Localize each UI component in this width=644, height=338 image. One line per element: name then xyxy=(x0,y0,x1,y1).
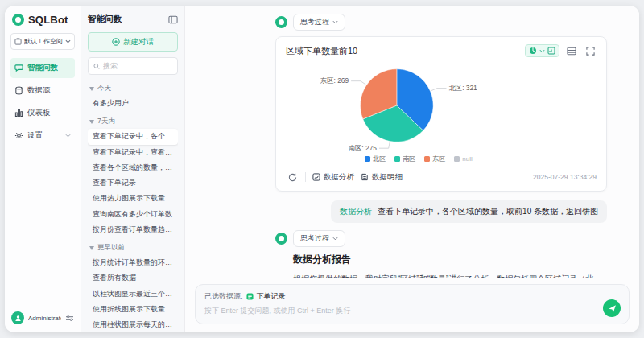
sidebar-item-label: 设置 xyxy=(27,130,43,141)
thinking-process-button[interactable]: 思考过程 xyxy=(293,14,345,31)
caret-down-icon xyxy=(89,246,94,250)
search-input[interactable] xyxy=(103,62,172,70)
legend-swatch xyxy=(365,156,370,162)
plus-circle-icon xyxy=(112,38,120,46)
datasource-label: 已选数据源: xyxy=(204,291,243,302)
chart-title: 区域下单数量前10 xyxy=(286,45,357,57)
person-icon xyxy=(14,315,22,322)
history-item[interactable]: 查看下单记录中，查看各个区域的... xyxy=(88,145,178,160)
history-item[interactable]: 查询南区有多少个订单数 xyxy=(88,207,178,222)
message-mode-tag: 数据分析 xyxy=(340,207,372,216)
legend-label: 南区 xyxy=(402,155,415,163)
legend-item[interactable]: 东区 xyxy=(424,155,445,163)
history-item[interactable]: 使用柱状图展示每天的下载量变化 xyxy=(88,317,178,328)
history-item[interactable]: 按月份查看订单数量趋势，使用折... xyxy=(88,222,178,237)
sidebar-item-settings[interactable]: 设置 xyxy=(10,126,75,146)
pie-label: 南区: 275 xyxy=(349,144,378,152)
conversation-scroll[interactable]: 思考过程 区域下单数量前10 xyxy=(195,12,630,278)
data-detail-button[interactable]: 数据明细 xyxy=(361,172,402,183)
user-profile[interactable]: Administrator xyxy=(10,310,75,326)
legend-swatch xyxy=(424,156,430,162)
brand-name: SQLBot xyxy=(28,14,68,26)
user-message-bubble: 数据分析查看下单记录中，各个区域的数量，取前10 条数据，返回饼图 xyxy=(331,200,607,223)
chart-type-selector[interactable] xyxy=(525,44,559,57)
sidebar-item-chat[interactable]: 智能问数 xyxy=(10,58,75,78)
chevron-down-icon xyxy=(332,20,338,24)
legend-label: 北区 xyxy=(373,155,386,163)
send-button[interactable] xyxy=(603,299,621,317)
legend-item[interactable]: 南区 xyxy=(394,155,415,163)
legend-swatch xyxy=(454,156,460,162)
legend-item[interactable]: 北区 xyxy=(365,155,386,163)
collapse-panel-icon[interactable] xyxy=(168,15,178,24)
search-icon xyxy=(93,63,100,70)
history-item[interactable]: 查看下单记录中，各个区域的数量... xyxy=(88,129,178,144)
caret-down-icon xyxy=(89,120,94,124)
database-icon xyxy=(14,86,23,95)
send-icon xyxy=(608,304,617,313)
data-analysis-label: 数据分析 xyxy=(324,172,354,183)
dashboard-icon xyxy=(14,109,23,117)
history-item[interactable]: 使用热力图展示下载量排名前五的日... xyxy=(88,191,178,206)
app-window: SQLBot 默认工作空间 智能问数 数据源 仪表板 设置 xyxy=(5,6,639,332)
caret-down-icon xyxy=(89,87,94,91)
history-item[interactable]: 查看下单记录 xyxy=(88,175,178,191)
legend-item[interactable]: null xyxy=(454,155,472,163)
legend-label: null xyxy=(462,155,472,163)
data-analysis-button[interactable]: 数据分析 xyxy=(312,172,354,183)
chevron-down-icon xyxy=(539,49,545,53)
assistant-avatar xyxy=(275,16,287,28)
analysis-icon xyxy=(312,173,320,181)
data-detail-label: 数据明细 xyxy=(372,172,402,183)
pie-label: 北区: 321 xyxy=(448,84,477,92)
history-item[interactable]: 有多少用户 xyxy=(88,96,178,111)
pie-chart: 北区: 321南区: 275东区: 269 xyxy=(286,57,597,154)
assistant-avatar xyxy=(275,233,287,245)
history-item[interactable]: 按月统计订单数量的环比增长率 xyxy=(88,255,178,270)
sidebar-item-label: 仪表板 xyxy=(27,108,51,118)
history-item[interactable]: 使用折线图展示下载量随日期的变... xyxy=(88,302,178,317)
user-message-text: 查看下单记录中，各个区域的数量，取前10 条数据，返回饼图 xyxy=(378,207,598,216)
thinking-label: 思考过程 xyxy=(300,17,329,27)
history-section-toggle[interactable]: 7天内 xyxy=(89,117,176,126)
data-table-icon[interactable] xyxy=(565,44,578,57)
divider xyxy=(305,172,306,182)
sidebar-item-datasource[interactable]: 数据源 xyxy=(10,80,75,101)
history-item[interactable]: 以柱状图显示最近三个月的订单量 xyxy=(88,286,178,302)
sliders-icon[interactable] xyxy=(65,315,74,322)
datasource-name[interactable]: 下单记录 xyxy=(257,291,286,302)
refresh-icon[interactable] xyxy=(286,171,299,183)
chart-legend: 北区南区东区null xyxy=(263,155,574,163)
sidebar: SQLBot 默认工作空间 智能问数 数据源 仪表板 设置 xyxy=(5,6,80,332)
sqlbot-logo-icon xyxy=(12,14,24,26)
composer-input[interactable] xyxy=(204,307,537,315)
thinking-process-button[interactable]: 思考过程 xyxy=(293,230,345,247)
history-panel: 智能问数 新建对话 今天有多少用户7天内查看下单记录中，各个区域的数量...查看… xyxy=(80,6,185,332)
main-area: 思考过程 区域下单数量前10 xyxy=(185,6,639,332)
history-item[interactable]: 查看各个区域的数量，取前10 条数... xyxy=(88,160,178,175)
workspace-icon xyxy=(14,38,22,45)
chat-icon xyxy=(14,64,23,72)
datasource-icon xyxy=(246,293,254,300)
chevron-down-icon xyxy=(332,237,338,241)
workspace-selector[interactable]: 默认工作空间 xyxy=(10,33,75,50)
logo: SQLBot xyxy=(10,14,75,26)
new-chat-label: 新建对话 xyxy=(123,37,154,47)
chart-card: 区域下单数量前10 xyxy=(275,36,607,192)
analysis-report: 数据分析报告 根据您提供的数据，我对字段“区域”和“数量”进行了分析。数据包括四… xyxy=(293,253,607,278)
chevron-down-icon xyxy=(65,39,71,43)
sidebar-item-dashboard[interactable]: 仪表板 xyxy=(10,103,75,123)
history-item[interactable]: 查看所有数据 xyxy=(88,270,178,286)
history-section-toggle[interactable]: 更早以前 xyxy=(89,243,176,253)
pie-label: 东区: 269 xyxy=(320,76,349,84)
panel-title: 智能问数 xyxy=(88,14,122,25)
legend-label: 东区 xyxy=(432,155,445,163)
new-chat-button[interactable]: 新建对话 xyxy=(88,32,178,52)
fullscreen-icon[interactable] xyxy=(584,44,597,57)
user-avatar xyxy=(11,311,24,324)
detail-icon xyxy=(361,173,369,181)
history-section-toggle[interactable]: 今天 xyxy=(89,84,176,93)
chevron-down-icon xyxy=(65,134,71,138)
page-background: SQLBot 默认工作空间 智能问数 数据源 仪表板 设置 xyxy=(0,0,644,338)
report-intro: 根据您提供的数据，我对字段“区域”和“数量”进行了分析。数据包括四个区域记录（北… xyxy=(293,273,607,278)
